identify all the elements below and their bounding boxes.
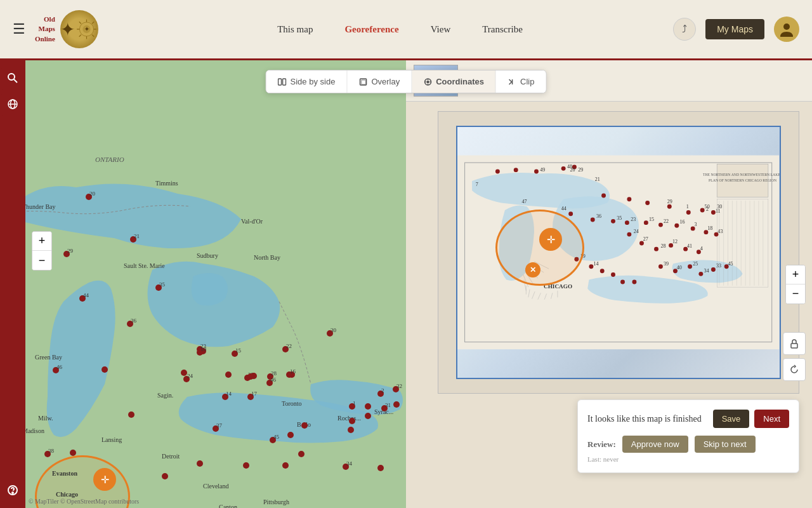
svg-text:4: 4	[700, 246, 703, 252]
save-button[interactable]: Save	[713, 410, 750, 428]
svg-text:20: 20	[570, 167, 575, 173]
svg-point-28	[12, 492, 13, 493]
svg-point-58	[667, 204, 672, 209]
svg-point-67	[658, 223, 663, 227]
old-map-panel[interactable]: THE NORTHERN AND NORTHWESTERN LAKES PLAN…	[438, 111, 799, 394]
left-sidebar	[0, 60, 25, 508]
svg-point-56	[627, 197, 632, 201]
zoom-out-left[interactable]: −	[32, 251, 51, 270]
skip-to-next-button[interactable]: Skip to next	[695, 436, 756, 453]
zoom-in-right[interactable]: +	[786, 265, 805, 284]
svg-point-82	[711, 267, 716, 272]
svg-text:THE NORTHERN AND NORTHWESTERN : THE NORTHERN AND NORTHWESTERN LAKES	[703, 173, 779, 177]
approve-now-button[interactable]: Approve now	[622, 436, 688, 453]
svg-text:18: 18	[708, 225, 713, 231]
next-button[interactable]: Next	[754, 410, 789, 428]
city-green-bay: Green Bay	[35, 354, 62, 361]
left-map[interactable]: ONTARIO OHIO PENNSYLVANIA 20 21 29 44 35…	[0, 60, 406, 508]
svg-point-64	[611, 219, 615, 224]
user-avatar[interactable]	[774, 17, 799, 42]
svg-point-11	[783, 23, 790, 30]
svg-point-87	[611, 272, 615, 277]
zoom-out-right[interactable]: −	[786, 284, 805, 304]
refresh-button[interactable]	[783, 358, 806, 381]
review-row: Review: Approve now Skip to next	[587, 436, 789, 453]
map-marker	[197, 460, 203, 467]
map-marker	[348, 427, 354, 433]
nav-transcribe[interactable]: Transcribe	[479, 21, 526, 38]
logo-sun[interactable]: ✦	[60, 10, 98, 48]
menu-icon[interactable]: ☰	[13, 21, 25, 37]
svg-text:35: 35	[617, 215, 622, 221]
svg-text:29: 29	[579, 167, 584, 173]
map-marker	[128, 411, 134, 418]
map-marker	[282, 462, 289, 469]
svg-text:7: 7	[476, 182, 478, 187]
header: ☰ Old Maps Online	[0, 0, 812, 60]
label-chicago-left: Chicago	[56, 491, 78, 498]
svg-point-72	[627, 232, 632, 237]
map-marker	[225, 371, 232, 378]
notification-text: It looks like this map is finished	[587, 414, 702, 424]
svg-rect-141	[791, 344, 797, 348]
globe-button[interactable]	[1, 93, 24, 116]
question-button[interactable]	[1, 479, 24, 502]
review-label: Review:	[587, 439, 616, 450]
my-maps-button[interactable]: My Maps	[705, 19, 764, 39]
map-marker: 37	[213, 425, 219, 432]
svg-point-55	[601, 194, 606, 198]
svg-text:21: 21	[595, 177, 600, 182]
svg-line-6	[92, 35, 94, 37]
map-canvas[interactable]: ONTARIO OHIO PENNSYLVANIA 20 21 29 44 35…	[0, 60, 406, 508]
map-marker: 24	[183, 376, 190, 382]
search-button[interactable]	[1, 67, 24, 90]
map-marker	[393, 401, 400, 408]
city-toronto: Toronto	[282, 400, 302, 407]
coordinates-button[interactable]: Coordinates	[412, 70, 496, 93]
move-handle-right[interactable]: ✛	[539, 228, 562, 251]
svg-text:PLAN OF NORTHERN CHICAGO REGIO: PLAN OF NORTHERN CHICAGO REGION	[709, 178, 777, 182]
svg-text:41: 41	[687, 243, 692, 249]
zoom-controls-left: + −	[32, 231, 52, 271]
overlay-button[interactable]: Overlay	[347, 70, 412, 93]
svg-point-86	[600, 269, 605, 273]
svg-text:28: 28	[661, 243, 666, 249]
clip-button[interactable]: Clip	[496, 70, 546, 93]
svg-text:23: 23	[631, 217, 636, 223]
zoom-controls-right: + −	[785, 265, 806, 304]
share-button[interactable]: ⤴	[673, 18, 696, 41]
svg-point-51	[561, 166, 566, 171]
nav-georeference[interactable]: Georeference	[341, 21, 402, 38]
map-marker	[247, 373, 254, 380]
main-nav: This map Georeference View Transcribe	[127, 21, 673, 38]
svg-point-22	[8, 74, 15, 80]
move-handle-left[interactable]: ✛	[93, 468, 116, 491]
map-marker	[102, 366, 108, 373]
svg-text:39: 39	[664, 261, 669, 267]
svg-point-66	[644, 220, 648, 225]
last-never-text: Last: never	[587, 455, 789, 463]
map-marker: 16	[286, 371, 292, 378]
notification-box: It looks like this map is finished Save …	[577, 399, 799, 473]
svg-text:40: 40	[677, 265, 682, 271]
map-marker: 17	[247, 394, 254, 400]
svg-rect-29	[0, 60, 406, 508]
nav-this-map[interactable]: This map	[274, 21, 316, 38]
svg-point-59	[686, 210, 691, 215]
lock-button[interactable]	[783, 332, 806, 355]
svg-point-62	[569, 212, 573, 217]
svg-text:49: 49	[540, 167, 546, 173]
svg-point-50	[534, 170, 539, 174]
map-marker: 30	[327, 330, 333, 337]
zoom-in-left[interactable]: +	[32, 232, 51, 251]
svg-point-78	[658, 265, 663, 269]
city-timmins: Timmins	[155, 180, 178, 187]
map-marker	[301, 422, 308, 429]
svg-text:24: 24	[634, 229, 639, 234]
svg-text:14: 14	[594, 261, 599, 267]
nav-view[interactable]: View	[428, 21, 454, 38]
map-marker	[298, 451, 304, 457]
svg-line-8	[79, 35, 81, 37]
side-by-side-button[interactable]: Side by side	[266, 70, 348, 93]
svg-point-65	[625, 220, 629, 225]
